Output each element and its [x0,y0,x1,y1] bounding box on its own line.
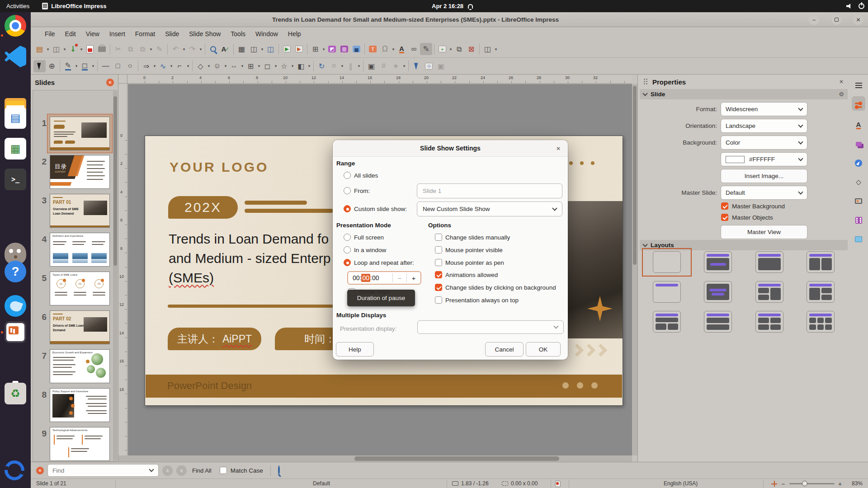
change-by-background-checkbox[interactable] [435,284,442,291]
basic-shapes-tool[interactable]: ◇ [194,60,207,72]
dock-thunderbird[interactable] [5,295,26,317]
slide-style-status[interactable]: Default [313,480,330,487]
layout-content-2content[interactable] [807,281,835,303]
restore-button[interactable] [831,14,842,25]
show-draw-functions-button[interactable]: ✎ [420,43,432,55]
pointer-as-pen-checkbox[interactable] [435,259,442,266]
all-slides-radio[interactable] [344,172,351,179]
dock-terminal[interactable]: >_ [5,169,26,190]
custom-slideshow-select[interactable]: New Custom Slide Show [417,202,562,216]
drag-grip-icon[interactable] [643,78,648,85]
paste-dropdown[interactable]: ▾ [149,47,153,52]
horizontal-ruler[interactable]: 02468101214161820222426283032 [127,75,632,84]
flowchart-dropdown[interactable]: ▾ [257,64,261,68]
canvas-vertical-scrollbar[interactable] [632,84,637,455]
threed-dropdown[interactable]: ▾ [307,64,311,68]
ok-button[interactable]: OK [526,342,561,357]
spinner-increment-button[interactable]: + [407,274,420,282]
help-button[interactable]: Help [336,342,374,357]
paste-button[interactable]: ⧉ [137,43,149,55]
layout-two-content[interactable] [807,251,835,273]
slide-logo-text[interactable]: YOUR LOGO [170,160,269,175]
align-dropdown[interactable]: ▾ [340,64,344,68]
new-slide-dropdown[interactable]: ▾ [448,47,453,52]
ellipse-tool[interactable]: ○ [124,60,136,72]
redo-dropdown[interactable]: ▾ [198,47,203,52]
slide-title-text[interactable]: Trends in Loan Demand fo and Medium - si… [169,229,331,287]
match-case-checkbox[interactable] [220,467,227,474]
undo-button[interactable]: ↶ [170,43,182,55]
save-dropdown[interactable]: ▾ [79,47,84,52]
dock-writer[interactable]: ▤ [5,107,26,129]
canvas-horizontal-scrollbar[interactable] [118,455,632,462]
language-status[interactable]: English (USA) [664,480,698,487]
tab-master-slides[interactable] [852,232,865,246]
layout-title-only[interactable] [653,281,681,303]
slide-thumb-8[interactable]: 8 Policy Support and Incentives [33,388,116,429]
zoom-out-button[interactable]: − [781,480,785,488]
undo-dropdown[interactable]: ▾ [182,47,186,52]
tab-styles[interactable]: A [852,118,865,132]
tab-shapes[interactable]: ◇ [852,175,865,189]
dock-chrome[interactable] [5,15,26,37]
layout-content-over-2[interactable] [653,311,681,333]
slide-section-header[interactable]: Slide ⚙ [640,89,848,99]
fill-color-tool[interactable]: ◻ [79,60,91,72]
layout-title-content[interactable] [704,251,732,273]
master-slide-button[interactable]: ◫ [264,43,277,55]
layout-2content-content[interactable] [755,281,783,303]
layout-blank[interactable] [653,251,681,273]
new-doc-dropdown[interactable]: ▾ [46,47,50,52]
layout-centered-text[interactable] [704,281,732,303]
activities-button[interactable]: Activities [0,0,36,12]
save-button[interactable]: ⭣ [67,43,79,55]
find-replace-dialog-button[interactable] [278,466,280,474]
zoom-percent-status[interactable]: 83% [852,480,863,487]
save-status-icon[interactable] [555,481,561,487]
tab-gallery[interactable] [852,137,865,151]
export-pdf-button[interactable] [84,43,96,55]
flowchart-tool[interactable]: ⊞ [245,60,257,72]
master-view-button[interactable]: Master View [721,225,807,239]
slide-year-badge[interactable]: 202X [168,196,238,219]
dialog-close-button[interactable]: ✕ [554,145,562,153]
tab-properties[interactable] [852,96,865,111]
time-seconds[interactable]: 00 [372,274,379,282]
start-slideshow-first-button[interactable]: ▶ [281,43,293,55]
format-select[interactable]: Widescreen [721,102,807,116]
layout-dropdown[interactable]: ▾ [494,47,498,52]
find-input[interactable] [47,464,159,477]
menu-insert[interactable]: Insert [104,28,130,39]
open-dropdown[interactable]: ▾ [62,47,67,52]
special-char-dropdown[interactable]: ▾ [391,47,396,52]
time-hours[interactable]: 00 [348,274,360,282]
line-color-tool[interactable]: ✎ [62,60,74,72]
rotate-tool[interactable]: ↻ [316,60,328,72]
filter-dropdown[interactable]: ▾ [402,64,406,68]
properties-close-button[interactable]: ✕ [839,79,844,85]
copy-button[interactable]: ⧉ [124,43,137,55]
find-previous-button[interactable]: ∧ [162,465,173,476]
symbol-shapes-dropdown[interactable]: ▾ [223,64,228,68]
slide-thumb-1[interactable]: 1 [33,117,116,157]
minimize-button[interactable]: – [809,14,819,25]
rectangle-tool[interactable]: □ [112,60,124,72]
open-button[interactable]: ◫ [50,43,62,55]
redo-button[interactable]: ↷ [186,43,198,55]
menu-view[interactable]: View [81,28,104,39]
dock-vscode[interactable] [5,46,26,67]
custom-slideshow-radio[interactable] [344,205,351,212]
block-arrows-tool[interactable]: ⇔ [228,60,240,72]
slide-thumb-7[interactable]: 7 Economic Growth and Expansion [33,349,116,390]
find-close-button[interactable]: ✕ [36,467,44,474]
curve-dropdown[interactable]: ▾ [169,64,174,68]
dock-trash[interactable]: ♻ [5,383,26,404]
system-status-area[interactable] [846,0,864,12]
insert-media-button[interactable]: ▥ [338,43,350,55]
callouts-tool[interactable]: ◻ [261,60,274,72]
slides-panel-close-button[interactable]: ✕ [106,79,114,86]
gluepoints-tool[interactable]: ⊹ [423,60,435,72]
dock-help[interactable]: ? [5,261,26,282]
connector-tool[interactable]: ⌐ [174,60,186,72]
insert-image-button[interactable]: ◩ [326,43,338,55]
